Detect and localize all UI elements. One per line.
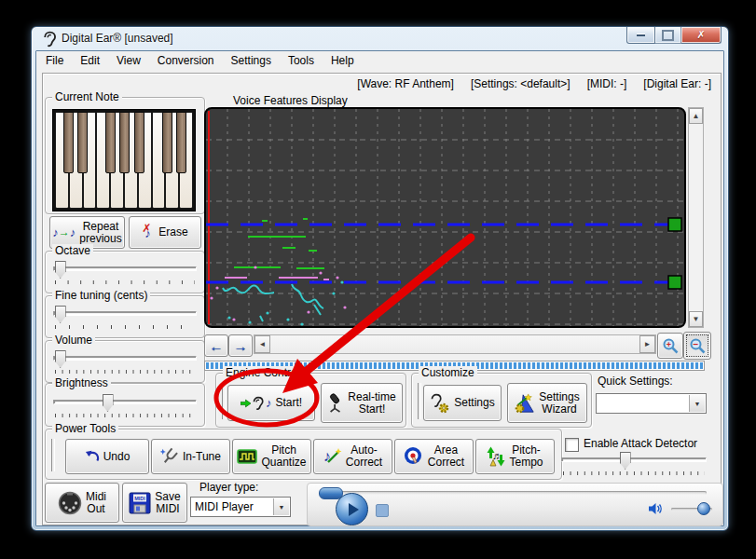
stop-button[interactable] xyxy=(376,504,389,517)
display-vertical-scrollbar[interactable]: ▲ ▼ xyxy=(688,107,704,328)
in-tune-button[interactable]: In-Tune xyxy=(151,439,230,474)
auto-correct-button[interactable]: ♪ Auto- Correct xyxy=(313,439,392,474)
close-button[interactable]: ✗ xyxy=(681,27,722,44)
volume-slider-track[interactable] xyxy=(53,356,197,361)
minimize-button[interactable] xyxy=(626,27,655,44)
piano-black-key[interactable] xyxy=(134,112,144,173)
range-handle-bottom[interactable] xyxy=(668,276,681,289)
piano-black-key[interactable] xyxy=(105,112,116,173)
menu-bar: File Edit View Conversion Settings Tools… xyxy=(37,52,363,71)
quick-settings-label: Quick Settings: xyxy=(598,375,673,388)
octave-slider-track[interactable] xyxy=(53,266,197,271)
midi-out-button[interactable]: Midi Out xyxy=(45,483,119,523)
fine-tuning-slider-track[interactable] xyxy=(53,311,197,316)
realtime-start-button[interactable]: Real-time Start! xyxy=(321,383,403,423)
media-player-bar xyxy=(307,483,723,526)
pitch-quantize-icon xyxy=(237,448,257,465)
range-handle-top[interactable] xyxy=(668,218,681,231)
auto-correct-label-2: Correct xyxy=(346,457,382,469)
brightness-slider-track[interactable] xyxy=(53,400,197,404)
scroll-up-icon: ▲ xyxy=(693,113,700,120)
seek-slider-track[interactable] xyxy=(324,491,707,495)
menu-edit[interactable]: Edit xyxy=(72,52,108,71)
scroll-right-icon: ► xyxy=(644,341,652,348)
power-tools-label: Power Tools xyxy=(52,422,118,435)
settings-wizard-button[interactable]: Settings Wizard xyxy=(507,383,587,423)
play-button[interactable] xyxy=(336,493,368,525)
quick-settings-combobox[interactable]: ▼ xyxy=(596,393,707,414)
settings-button[interactable]: Settings xyxy=(423,385,502,421)
volume-slider-thumb[interactable] xyxy=(697,502,710,515)
start-button[interactable]: ♪ Start! xyxy=(227,385,315,421)
save-midi-label-2: MIDI xyxy=(155,503,180,515)
menu-view[interactable]: View xyxy=(108,52,149,71)
horizontal-scroll-track[interactable] xyxy=(270,335,639,353)
pitch-tempo-button[interactable]: ♬ Pitch- Tempo xyxy=(475,439,555,474)
octave-ticks xyxy=(55,280,195,284)
zoom-out-button[interactable]: − xyxy=(683,332,711,360)
status-midi: [MIDI: -] xyxy=(587,77,627,90)
settings-label: Settings xyxy=(454,397,494,409)
maximize-button[interactable] xyxy=(655,27,681,44)
scroll-left-button[interactable]: ◄ xyxy=(254,335,270,353)
save-midi-button[interactable]: MIDI Save MIDI xyxy=(122,483,187,523)
piano-black-key[interactable] xyxy=(119,112,130,173)
toolbar-gripper xyxy=(222,383,226,419)
window-title: Digital Ear® [unsaved] xyxy=(62,32,173,45)
fine-tuning-slider[interactable] xyxy=(53,306,197,322)
piano-keyboard[interactable] xyxy=(52,109,196,211)
pitch-quantize-button[interactable]: Pitch Quantize xyxy=(232,439,311,474)
speaker-icon xyxy=(648,502,663,515)
step-back-button[interactable]: ← xyxy=(204,334,228,357)
attack-slider-thumb[interactable] xyxy=(620,452,631,470)
engine-control-label: Engine Control xyxy=(223,366,302,379)
menu-file[interactable]: File xyxy=(37,52,72,71)
menu-settings[interactable]: Settings xyxy=(223,52,280,71)
attack-detector-checkbox[interactable] xyxy=(565,438,579,452)
pitch-quantize-label-2: Quantize xyxy=(261,457,306,469)
scroll-up-button[interactable]: ▲ xyxy=(689,108,703,124)
status-wave: [Wave: RF Anthem] xyxy=(357,77,454,90)
trace-cyan-dots xyxy=(227,280,343,325)
attack-slider-track[interactable] xyxy=(561,457,707,462)
area-correct-icon xyxy=(404,446,424,467)
player-type-dropdown-button[interactable]: ▼ xyxy=(273,498,289,515)
engine-control-group: Engine Control ♪ Start! Real-time Start! xyxy=(215,373,406,428)
customize-group: Customize Settings Settings Wizard xyxy=(411,373,592,428)
realtime-label-1: Real-time xyxy=(348,391,395,403)
voice-features-display[interactable] xyxy=(204,107,686,328)
zoom-in-button[interactable]: + xyxy=(657,333,683,359)
title-bar[interactable]: Digital Ear® [unsaved] ✗ xyxy=(32,27,728,50)
status-settings: [Settings: <default>] xyxy=(471,77,570,90)
brightness-slider[interactable] xyxy=(53,394,197,411)
erase-button[interactable]: ♪ ✗ Erase xyxy=(129,216,201,249)
step-forward-button[interactable]: → xyxy=(228,334,253,357)
volume-slider[interactable] xyxy=(53,350,197,367)
menu-help[interactable]: Help xyxy=(323,52,363,71)
piano-black-key[interactable] xyxy=(176,112,186,173)
zoom-out-icon: − xyxy=(689,337,707,355)
scroll-down-button[interactable]: ▼ xyxy=(689,311,703,327)
scroll-right-button[interactable]: ► xyxy=(639,335,655,353)
undo-button[interactable]: Undo xyxy=(65,439,149,474)
player-type-combobox[interactable]: MIDI Player ▼ xyxy=(190,497,291,517)
piano-black-key[interactable] xyxy=(162,112,172,173)
blue-right-arrow-icon: → xyxy=(234,340,248,352)
menu-conversion[interactable]: Conversion xyxy=(149,52,223,71)
piano-black-key[interactable] xyxy=(63,112,74,173)
area-correct-button[interactable]: Area Correct xyxy=(394,439,474,474)
attack-detector-slider[interactable] xyxy=(561,452,707,469)
brightness-slider-thumb[interactable] xyxy=(103,394,114,412)
menu-tools[interactable]: Tools xyxy=(280,52,323,71)
quick-settings-dropdown-button[interactable]: ▼ xyxy=(689,395,705,412)
display-horizontal-scrollbar[interactable]: ◄ ► xyxy=(254,334,656,354)
octave-slider[interactable] xyxy=(53,261,197,278)
volume-ticks xyxy=(55,370,195,374)
minimize-icon xyxy=(637,34,645,36)
volume-slider-thumb[interactable] xyxy=(55,350,66,368)
fine-tuning-slider-thumb[interactable] xyxy=(55,306,66,323)
piano-black-key[interactable] xyxy=(77,112,88,173)
display-graph xyxy=(206,109,684,326)
status-digital-ear: [Digital Ear: -] xyxy=(643,77,711,90)
octave-slider-thumb[interactable] xyxy=(55,261,66,279)
